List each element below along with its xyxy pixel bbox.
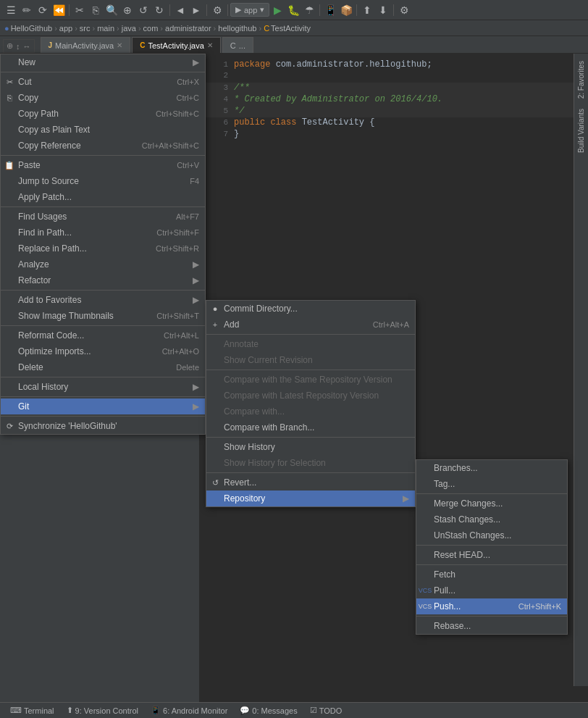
- breadcrumb-src[interactable]: src: [80, 24, 91, 33]
- tab-mainactivity-close[interactable]: ✕: [117, 41, 122, 49]
- repo-menu-rebase[interactable]: Rebase...: [416, 618, 567, 634]
- toolbar-icon-nav[interactable]: ⟳: [35, 3, 50, 17]
- menu-label-apply-patch: Apply Patch...: [18, 192, 72, 202]
- tab-pin-area[interactable]: ⊕↕↔: [3, 39, 35, 53]
- app-dropdown[interactable]: ▶ app ▾: [230, 3, 269, 17]
- toolbar-icon-build[interactable]: ⚙: [210, 3, 224, 17]
- tab-overflow[interactable]: C ...: [222, 37, 253, 53]
- menu-label-thumbnails: Show Image Thumbnails: [18, 311, 114, 321]
- tab-testactivity-close[interactable]: ✕: [207, 41, 213, 49]
- menu-item-refactor[interactable]: Refactor ▶: [1, 272, 205, 288]
- menu-item-favorites[interactable]: Add to Favorites ▶: [1, 292, 205, 308]
- menu-item-find-usages[interactable]: Find Usages Alt+F7: [1, 209, 205, 225]
- toolbar-sep-5: [319, 4, 320, 16]
- toolbar-icon-edit[interactable]: ✏: [20, 3, 34, 17]
- sidebar-tab-favorites[interactable]: 2: Favorites: [576, 57, 587, 103]
- breadcrumb-com[interactable]: com: [143, 24, 159, 33]
- context-menu[interactable]: New ▶ ✂ Cut Ctrl+X ⎘ Copy Ctrl+C Copy Pa…: [0, 54, 206, 435]
- status-vcs[interactable]: ⬆ 9: Version Control: [61, 703, 144, 719]
- repo-menu-unstash[interactable]: UnStash Changes...: [416, 527, 567, 543]
- breadcrumb-hg[interactable]: hellogithub: [218, 24, 256, 33]
- toolbar-icon-6[interactable]: ↺: [136, 3, 151, 17]
- menu-item-thumbnails[interactable]: Show Image Thumbnails Ctrl+Shift+T: [1, 308, 205, 324]
- menu-shortcut-cut: Ctrl+X: [177, 78, 199, 86]
- toolbar-icon-3[interactable]: ⏪: [51, 3, 66, 17]
- menu-item-find-path[interactable]: Find in Path... Ctrl+Shift+F: [1, 225, 205, 241]
- toolbar-icon-vcs[interactable]: ⬆: [360, 3, 374, 17]
- repo-menu-tag[interactable]: Tag...: [416, 476, 567, 492]
- toolbar-icon-avd[interactable]: 📱: [323, 3, 337, 17]
- toolbar-icon-fwd[interactable]: ►: [189, 3, 203, 17]
- menu-item-optimize[interactable]: Optimize Imports... Ctrl+Alt+O: [1, 343, 205, 359]
- breadcrumb-testactivity[interactable]: TestActivity: [271, 24, 311, 33]
- repo-sep-2: [416, 545, 567, 546]
- menu-item-apply-patch[interactable]: Apply Patch...: [1, 189, 205, 205]
- toolbar-icon-cut[interactable]: ✂: [72, 3, 87, 17]
- menu-item-reformat[interactable]: Reformat Code... Ctrl+Alt+L: [1, 327, 205, 343]
- repo-menu-stash[interactable]: Stash Changes...: [416, 512, 567, 527]
- repo-menu-push[interactable]: VCS Push... Ctrl+Shift+K: [416, 598, 567, 614]
- menu-item-jump-source[interactable]: Jump to Source F4: [1, 173, 205, 189]
- git-menu-add[interactable]: + Add Ctrl+Alt+A: [206, 317, 415, 333]
- toolbar-icon-settings[interactable]: ⚙: [397, 3, 411, 17]
- breadcrumb-main[interactable]: main: [97, 24, 114, 33]
- pull-icon: VCS: [419, 585, 431, 596]
- toolbar-icon-copy[interactable]: ⎘: [88, 3, 103, 17]
- repo-label-rebase: Rebase...: [434, 621, 471, 631]
- sync-icon: ⟳: [4, 420, 15, 432]
- git-menu-compare-branch[interactable]: Compare with Branch...: [206, 419, 415, 435]
- menu-item-local-history[interactable]: Local History ▶: [1, 379, 205, 395]
- breadcrumb-admin[interactable]: administrator: [165, 24, 211, 33]
- git-menu-revert[interactable]: ↺ Revert...: [206, 475, 415, 491]
- status-todo[interactable]: ☑ TODO: [304, 703, 348, 719]
- menu-item-copy-plain[interactable]: Copy as Plain Text: [1, 122, 205, 138]
- breadcrumb-hellogithub[interactable]: ● HelloGithub: [4, 24, 52, 33]
- breadcrumb-app[interactable]: app: [59, 24, 72, 33]
- toolbar-icon-back[interactable]: ◄: [173, 3, 188, 17]
- toolbar-icon-7[interactable]: ↻: [152, 3, 167, 17]
- sidebar-tab-build-variants[interactable]: Build Variants: [576, 104, 587, 157]
- toolbar-sep-2: [169, 4, 170, 16]
- git-label-history-sel: Show History for Selection: [224, 458, 326, 468]
- menu-item-new[interactable]: New ▶: [1, 54, 205, 70]
- menu-item-delete[interactable]: Delete Delete: [1, 359, 205, 375]
- toolbar-icon-5[interactable]: ⊕: [120, 3, 135, 17]
- messages-icon: 💬: [240, 706, 250, 715]
- tab-testactivity[interactable]: C TestActivity.java ✕: [132, 37, 221, 53]
- toolbar-icon-vcs2[interactable]: ⬇: [376, 3, 390, 17]
- repo-menu-pull[interactable]: VCS Pull...: [416, 583, 567, 598]
- toolbar-icon-debug[interactable]: 🐛: [286, 3, 301, 17]
- status-terminal-label: Terminal: [24, 706, 54, 715]
- menu-item-cut[interactable]: ✂ Cut Ctrl+X: [1, 74, 205, 90]
- menu-item-copy-path[interactable]: Copy Path Ctrl+Shift+C: [1, 106, 205, 122]
- toolbar-icon-coverage[interactable]: ☂: [302, 3, 316, 17]
- git-menu-repository[interactable]: Repository ▶: [206, 491, 415, 506]
- code-line-3: 3 /**: [205, 83, 582, 94]
- repo-menu-branches[interactable]: Branches...: [416, 460, 567, 476]
- menu-item-copy[interactable]: ⎘ Copy Ctrl+C: [1, 90, 205, 106]
- toolbar-icon-run[interactable]: ▶: [270, 3, 285, 17]
- git-menu-show-history[interactable]: Show History: [206, 439, 415, 455]
- menu-item-synchronize[interactable]: ⟳ Synchronize 'HelloGithub': [1, 418, 205, 434]
- menu-item-replace-path[interactable]: Replace in Path... Ctrl+Shift+R: [1, 241, 205, 256]
- breadcrumb-java[interactable]: java: [122, 24, 136, 33]
- toolbar-icon-search[interactable]: 🔍: [104, 3, 119, 17]
- menu-item-analyze[interactable]: Analyze ▶: [1, 256, 205, 272]
- status-android[interactable]: 📱 6: Android Monitor: [145, 703, 233, 719]
- menu-item-paste[interactable]: 📋 Paste Ctrl+V: [1, 157, 205, 173]
- menu-item-copy-ref[interactable]: Copy Reference Ctrl+Alt+Shift+C: [1, 138, 205, 154]
- menu-sep-2: [1, 155, 205, 156]
- menu-item-git[interactable]: Git ▶: [1, 398, 205, 414]
- repository-submenu[interactable]: Branches... Tag... Merge Changes... Stas…: [416, 459, 568, 635]
- repo-label-push: Push...: [434, 601, 461, 611]
- repo-menu-fetch[interactable]: Fetch: [416, 567, 567, 583]
- status-messages[interactable]: 💬 0: Messages: [234, 703, 303, 719]
- tab-mainactivity[interactable]: J MainActivity.java ✕: [41, 37, 131, 53]
- git-submenu[interactable]: ● Commit Directory... + Add Ctrl+Alt+A A…: [206, 300, 416, 507]
- status-terminal[interactable]: ⌨ Terminal: [4, 703, 60, 719]
- repo-menu-merge[interactable]: Merge Changes...: [416, 496, 567, 512]
- toolbar-icon-sdk[interactable]: 📦: [339, 3, 353, 17]
- repo-menu-reset[interactable]: Reset HEAD...: [416, 547, 567, 563]
- git-menu-commit[interactable]: ● Commit Directory...: [206, 301, 415, 317]
- toolbar-icon-1[interactable]: ☰: [4, 3, 18, 17]
